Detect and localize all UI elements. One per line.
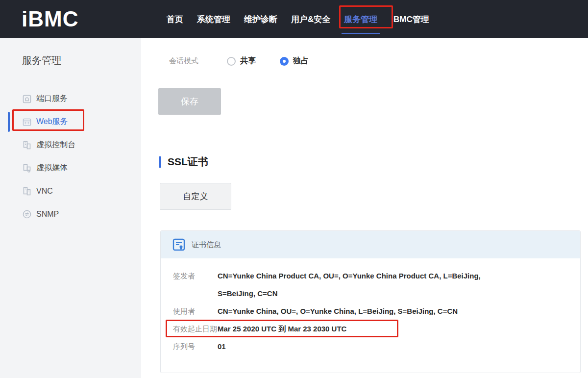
main-content: 会话模式 共享 独占 保存 SSL证书 自定义	[141, 38, 588, 378]
sidebar-title: 服务管理	[22, 54, 61, 67]
sidebar-item-virtual-media[interactable]: 虚拟媒体	[0, 156, 141, 179]
web-service-icon	[22, 117, 32, 127]
sidebar-menu: 端口服务 Web服务 虚拟控制台	[0, 87, 141, 226]
customize-button[interactable]: 自定义	[160, 183, 231, 210]
sidebar-item-label: SNMP	[36, 210, 59, 219]
snmp-icon	[22, 209, 32, 219]
field-row-issuer: 签发者 CN=Yunke China Product CA, OU=, O=Yu…	[173, 267, 568, 302]
port-service-icon	[22, 94, 32, 104]
radio-option-exclusive[interactable]: 独占	[280, 56, 309, 66]
radio-selected-icon[interactable]	[280, 57, 289, 66]
top-header: iBMC 首页 系统管理 维护诊断 用户&安全 服务管理 iBMC管理	[0, 0, 588, 38]
certificate-icon	[172, 238, 185, 251]
field-row-validity: 有效起止日期 Mar 25 2020 UTC 到 Mar 23 2030 UTC	[173, 320, 568, 338]
ibmc-page: iBMC 首页 系统管理 维护诊断 用户&安全 服务管理 iBMC管理 服务管理…	[0, 0, 588, 378]
sidebar-item-label: 虚拟控制台	[36, 140, 75, 150]
sidebar-item-label: VNC	[36, 187, 53, 196]
nav-item-service[interactable]: 服务管理	[344, 0, 377, 38]
nav-item-user-security[interactable]: 用户&安全	[291, 0, 330, 38]
sidebar-item-virtual-console[interactable]: 虚拟控制台	[0, 133, 141, 156]
certificate-info-panel: 证书信息 签发者 CN=Yunke China Product CA, OU=,…	[160, 230, 581, 373]
nav-item-system[interactable]: 系统管理	[197, 0, 230, 38]
nav-item-maintenance[interactable]: 维护诊断	[244, 0, 277, 38]
sidebar-item-vnc[interactable]: VNC	[0, 179, 141, 202]
section-accent-bar	[159, 156, 161, 168]
vnc-icon	[22, 186, 32, 196]
sidebar: 服务管理 端口服务 Web服务	[0, 38, 141, 378]
sidebar-item-snmp[interactable]: SNMP	[0, 202, 141, 226]
certificate-panel-body: 签发者 CN=Yunke China Product CA, OU=, O=Yu…	[161, 258, 580, 355]
nav-item-ibmc-management[interactable]: iBMC管理	[391, 0, 429, 38]
virtual-console-icon	[22, 140, 32, 150]
save-button[interactable]: 保存	[158, 88, 221, 115]
radio-option-shared[interactable]: 共享	[227, 56, 256, 66]
certificate-panel-header: 证书信息	[161, 231, 580, 258]
field-row-serial-number: 序列号 01	[173, 338, 568, 355]
top-nav: 首页 系统管理 维护诊断 用户&安全 服务管理 iBMC管理	[167, 0, 429, 38]
field-row-subject: 使用者 CN=Yunke China, OU=, O=Yunke China, …	[173, 302, 568, 320]
ibmc-logo: iBMC	[22, 7, 78, 31]
sidebar-item-web-service[interactable]: Web服务	[0, 110, 141, 133]
sidebar-item-label: 虚拟媒体	[36, 163, 68, 173]
ssl-section-heading: SSL证书	[159, 155, 208, 169]
sidebar-item-label: 端口服务	[36, 94, 68, 104]
session-mode-label: 会话模式	[169, 56, 198, 66]
session-mode-row: 会话模式 共享 独占	[169, 56, 333, 66]
sidebar-item-port-service[interactable]: 端口服务	[0, 87, 141, 110]
radio-unselected-icon[interactable]	[227, 57, 236, 66]
ssl-section-title: SSL证书	[168, 155, 208, 169]
certificate-panel-title: 证书信息	[192, 240, 221, 250]
virtual-media-icon	[22, 163, 32, 173]
nav-item-home[interactable]: 首页	[167, 0, 183, 38]
sidebar-item-label: Web服务	[36, 117, 68, 127]
